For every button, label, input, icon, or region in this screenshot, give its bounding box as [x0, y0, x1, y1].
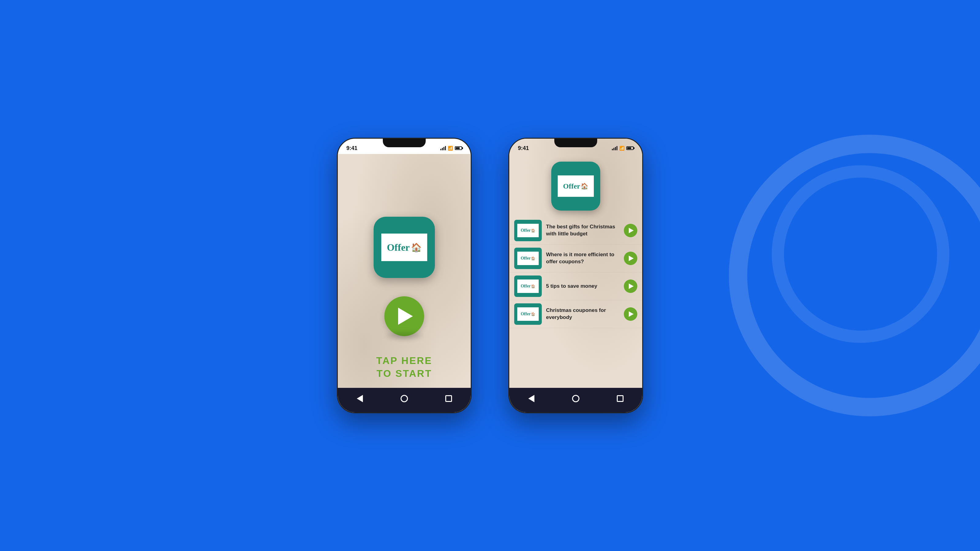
arrow-right-icon-large: ►: [425, 265, 430, 272]
play-btn-3[interactable]: [624, 279, 637, 293]
signal-icon-1: [441, 146, 446, 150]
play-btn-1[interactable]: [624, 224, 637, 237]
video-thumb-4: Offer 🏠: [514, 303, 542, 325]
list-content: Offer 🏠 ► Offer 🏠 The best gifts for C: [509, 139, 642, 412]
battery-icon-2: [626, 146, 634, 150]
play-button-large[interactable]: [384, 296, 424, 336]
nav-home-2[interactable]: [570, 392, 582, 405]
list-header: Offer 🏠 ►: [509, 156, 642, 214]
status-icons-2: 📶: [612, 146, 634, 151]
video-thumb-1: Offer 🏠: [514, 220, 542, 241]
bottom-nav-1: [338, 388, 471, 412]
mini-arrow-1: 🏠: [531, 229, 535, 233]
wifi-icon-1: 📶: [448, 146, 453, 151]
video-thumb-2: Offer 🏠: [514, 248, 542, 269]
status-icons-1: 📶: [441, 146, 462, 151]
nav-home-1[interactable]: [398, 392, 410, 405]
video-thumb-3: Offer 🏠: [514, 275, 542, 297]
signal-icon-2: [612, 146, 617, 150]
video-item-2[interactable]: Offer 🏠 Where is it more efficient to of…: [509, 245, 642, 272]
mini-arrow-3: 🏠: [531, 284, 535, 288]
video-list: Offer 🏠 The best gifts for Christmas wit…: [509, 214, 642, 331]
screen-splash: 9:41 📶 Offer 🏠 ►: [338, 139, 471, 412]
app-icon-medium: Offer 🏠 ►: [551, 162, 600, 211]
play-btn-2[interactable]: [624, 252, 637, 265]
video-title-1: The best gifts for Christmas with little…: [546, 224, 620, 238]
mini-arrow-2: 🏠: [531, 257, 535, 260]
app-icon-inner-medium: Offer 🏠: [558, 175, 594, 197]
arrow-up-icon-medium: 🏠: [581, 183, 588, 190]
play-triangle-1: [629, 228, 634, 233]
video-item-3[interactable]: Offer 🏠 5 tips to save money: [509, 272, 642, 300]
play-triangle-3: [629, 283, 634, 289]
nav-recent-1[interactable]: [442, 392, 455, 405]
status-time-1: 9:41: [346, 145, 357, 151]
app-icon-inner-large: Offer 🏠: [381, 233, 427, 261]
tap-text[interactable]: TAP HERE TO START: [376, 354, 433, 380]
app-icon-large: Offer 🏠 ►: [374, 217, 435, 278]
nav-recent-2[interactable]: [614, 392, 626, 405]
wifi-icon-2: 📶: [619, 146, 624, 151]
battery-icon-1: [455, 146, 462, 150]
mini-arrow-4: 🏠: [531, 312, 535, 316]
mini-icon-1: Offer 🏠: [517, 224, 539, 237]
play-triangle-2: [629, 256, 634, 261]
splash-content: Offer 🏠 ► TAP HERE TO START: [338, 154, 471, 412]
video-item-1[interactable]: Offer 🏠 The best gifts for Christmas wit…: [509, 217, 642, 245]
bottom-nav-2: [509, 388, 642, 412]
play-triangle-large: [398, 308, 413, 325]
nav-back-1[interactable]: [354, 392, 366, 405]
mini-icon-3: Offer 🏠: [517, 279, 539, 293]
notch-2: [554, 139, 597, 147]
play-btn-4[interactable]: [624, 307, 637, 321]
notch-1: [383, 139, 426, 147]
video-title-4: Christmas coupones for everybody: [546, 307, 620, 321]
phone-1: 9:41 📶 Offer 🏠 ►: [337, 138, 472, 413]
play-triangle-4: [629, 311, 634, 317]
arrow-right-icon-medium: ►: [592, 202, 597, 206]
nav-back-2[interactable]: [525, 392, 538, 405]
mini-icon-2: Offer 🏠: [517, 252, 539, 265]
video-title-2: Where is it more efficient to offer coup…: [546, 251, 620, 265]
app-icon-label-large: Offer: [387, 242, 410, 253]
mini-icon-4: Offer 🏠: [517, 307, 539, 321]
video-title-3: 5 tips to save money: [546, 283, 620, 290]
phone-2: 9:41 📶 Offer 🏠 ►: [508, 138, 643, 413]
app-icon-label-medium: Offer: [563, 182, 580, 191]
video-item-4[interactable]: Offer 🏠 Christmas coupones for everybody: [509, 300, 642, 328]
screen-list: 9:41 📶 Offer 🏠 ►: [509, 139, 642, 412]
status-time-2: 9:41: [518, 145, 529, 151]
arrow-up-icon-large: 🏠: [411, 243, 422, 252]
